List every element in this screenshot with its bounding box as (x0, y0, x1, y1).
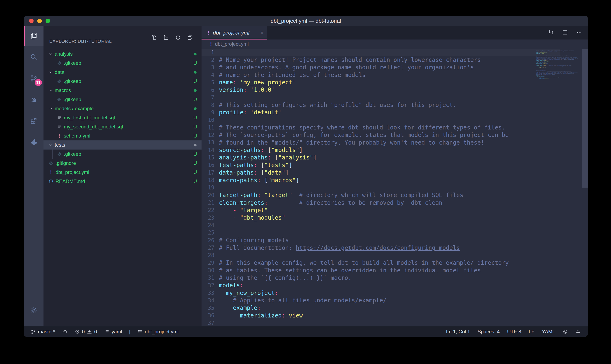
code-line-3: 3# and underscores. A good package name … (202, 64, 560, 71)
code-line-8: 8# This setting configures which "profil… (202, 101, 560, 109)
open-changes-icon (548, 29, 554, 36)
tree-item-dbt-project-yml[interactable]: !dbt_project.ymlU (43, 168, 202, 177)
activity-item-search[interactable] (24, 47, 43, 67)
line-number: 12 (202, 132, 214, 138)
indent-guide (226, 214, 226, 221)
breadcrumb[interactable]: ! dbt_project.yml (202, 39, 588, 49)
yaml-file-icon: ! (49, 169, 52, 175)
git-modified-dot (194, 107, 196, 110)
debug-icon (30, 95, 38, 104)
status-indentation[interactable]: Spaces: 4 (478, 329, 500, 335)
tree-item--gitkeep[interactable]: .gitkeepU (43, 150, 202, 159)
tree-item-analysis[interactable]: analysis (43, 50, 202, 59)
chevron-down-icon (48, 52, 53, 56)
status-linter-yaml[interactable]: yaml (104, 329, 122, 335)
status-git-branch[interactable]: master* (30, 329, 55, 335)
status-feedback[interactable] (563, 329, 568, 334)
code-line-18: 18macro-paths: ["macros"] (202, 176, 560, 184)
code-line-20: 20target-path: "target" # directory whic… (202, 192, 560, 199)
code-line-13: 13# found in the "models/" directory. Yo… (202, 139, 560, 146)
tree-item-macros[interactable]: macros (43, 86, 202, 95)
code-line-23: 23 - "dbt_modules" (202, 214, 560, 221)
line-number: 36 (202, 312, 214, 318)
scrollbar-thumb[interactable] (582, 49, 588, 188)
tree-item-schema-yml[interactable]: !schema.ymlU (43, 131, 202, 141)
code-line-5: 5name: 'my_new_project' (202, 78, 560, 86)
editor-group[interactable]: ! dbt_project.yml × ! dbt_project.yml 12… (202, 26, 588, 326)
tree-item-tests[interactable]: tests (43, 141, 202, 150)
activity-item-settings[interactable] (24, 300, 43, 320)
status-notifications[interactable] (575, 329, 581, 334)
tree-item-label: my_second_dbt_model.sql (64, 124, 123, 130)
status-cursor-position[interactable]: Ln 1, Col 1 (446, 329, 470, 335)
search-icon (30, 53, 38, 61)
activity-item-debug[interactable] (24, 89, 43, 110)
status-encoding[interactable]: UTF-8 (507, 329, 521, 335)
code-line-9: 9profile: 'default' (202, 109, 560, 116)
git-file-icon (56, 60, 62, 66)
git-untracked-badge: U (194, 78, 197, 84)
tree-item-label: data (55, 69, 64, 75)
tree-item-label: README.md (56, 179, 85, 184)
status-outline-file[interactable]: dbt_project.yml (137, 329, 179, 335)
titlebar[interactable]: dbt_project.yml — dbt-tutorial (24, 16, 588, 26)
git-file-icon (56, 78, 62, 84)
tab-dbt-project-yml[interactable]: ! dbt_project.yml × (202, 26, 267, 39)
minimap[interactable]: # Name your project! Project names shoul… (536, 49, 581, 80)
activity-item-source-control[interactable]: 11 (24, 68, 43, 89)
chevron-down-icon (48, 106, 53, 111)
indent-guide (226, 206, 226, 214)
tree-item--gitkeep[interactable]: .gitkeepU (43, 95, 202, 104)
tree-item--gitkeep[interactable]: .gitkeepU (43, 59, 202, 68)
tree-item--gitkeep[interactable]: .gitkeepU (43, 77, 202, 86)
activity-bar: 11 (24, 26, 44, 326)
error-circle-icon (75, 329, 80, 334)
line-number: 20 (202, 192, 214, 198)
activity-item-docker[interactable] (24, 132, 43, 152)
status-eol[interactable]: LF (528, 329, 534, 335)
git-file-icon (48, 160, 54, 166)
tree-item-data[interactable]: data (43, 68, 202, 77)
more-actions-button[interactable] (576, 29, 583, 36)
chevron-down-icon (48, 143, 53, 147)
scm-badge: 11 (35, 79, 42, 86)
sql-file-icon (56, 124, 62, 130)
status-sync[interactable] (62, 329, 68, 334)
activity-item-explorer[interactable] (24, 26, 43, 46)
split-editor-button[interactable] (562, 29, 568, 36)
line-number: 30 (202, 267, 214, 273)
line-number: 24 (202, 222, 214, 228)
breadcrumb-file: dbt_project.yml (215, 41, 249, 47)
open-changes-button[interactable] (548, 29, 554, 36)
code-line-25: 25 (202, 229, 560, 236)
line-number: 10 (202, 117, 214, 123)
tree-item-my-first-dbt-model-sql[interactable]: my_first_dbt_model.sqlU (43, 113, 202, 122)
collapse-folders-button[interactable] (187, 35, 193, 41)
close-tab-icon[interactable]: × (260, 30, 264, 36)
tree-item--gitignore[interactable]: .gitignoreU (43, 159, 202, 168)
tree-item-my-second-dbt-model-sql[interactable]: my_second_dbt_model.sqlU (43, 122, 202, 131)
indent-guide (233, 312, 233, 319)
new-file-button[interactable] (151, 35, 157, 41)
line-number: 31 (202, 275, 214, 281)
line-number: 27 (202, 245, 214, 251)
editor-scrollbar[interactable] (582, 49, 588, 326)
status-language-mode[interactable]: YAML (542, 329, 555, 335)
code-line-1: 1 (202, 49, 560, 56)
tree-item-label: models / example (55, 106, 94, 111)
code-line-10: 10 (202, 116, 560, 124)
git-file-icon (56, 151, 62, 157)
line-number: 19 (202, 184, 214, 191)
line-number: 21 (202, 200, 214, 206)
code-line-7: 7 (202, 94, 560, 101)
tree-item-models-example[interactable]: models / example (43, 104, 202, 113)
git-untracked-badge: U (194, 169, 197, 175)
activity-item-extensions[interactable] (24, 111, 43, 131)
new-folder-button[interactable] (163, 35, 169, 41)
list-selection-icon (137, 329, 143, 334)
refresh-button[interactable] (175, 35, 181, 41)
code-line-12: 12# The `source-paths` config, for examp… (202, 131, 560, 139)
code-area[interactable]: 12# Name your project! Project names sho… (202, 49, 560, 327)
tree-item-readme-md[interactable]: README.mdU (43, 177, 202, 186)
status-problems[interactable]: 00 (75, 329, 97, 335)
